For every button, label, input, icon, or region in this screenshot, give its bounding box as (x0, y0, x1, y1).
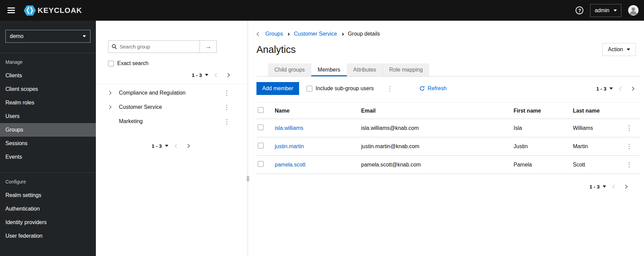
search-submit-button[interactable]: → (200, 40, 217, 53)
expand-chevron-icon[interactable] (108, 104, 115, 110)
sidebar-item-events[interactable]: Events (0, 150, 96, 164)
group-tree-item-marketing[interactable]: Marketing ⋮ (96, 114, 246, 129)
sidebar-item-user-federation[interactable]: User federation (0, 229, 96, 243)
breadcrumb-customer-service-link[interactable]: Customer Service (294, 31, 337, 37)
include-subgroup-checkbox[interactable] (307, 86, 312, 92)
expand-chevron-icon[interactable] (108, 90, 115, 96)
per-page-toggle[interactable]: 1 - 3 (189, 70, 211, 80)
tab-attributes[interactable]: Attributes (347, 63, 383, 76)
column-header-first-name: First name (510, 103, 569, 119)
kebab-menu-icon[interactable]: ⋮ (623, 142, 635, 151)
resize-handle[interactable] (247, 176, 249, 181)
sidebar-item-sessions[interactable]: Sessions (0, 137, 96, 150)
search-icon (112, 44, 117, 49)
action-dropdown-button[interactable]: Action (602, 43, 636, 56)
next-page-button[interactable] (627, 83, 638, 94)
member-name-link[interactable]: isla.williams (275, 125, 303, 131)
row-checkbox[interactable] (258, 161, 264, 167)
prev-page-button[interactable] (211, 70, 222, 80)
member-last-name: Martin (569, 137, 620, 156)
per-page-toggle[interactable]: 1 - 3 (149, 141, 171, 151)
sidebar-item-realm-roles[interactable]: Realm roles (0, 96, 96, 110)
hamburger-menu-icon[interactable] (4, 4, 18, 17)
back-chevron-icon[interactable] (256, 32, 261, 36)
kebab-menu-icon[interactable]: ⋮ (221, 88, 233, 98)
group-detail-tabs: Child groups Members Attributes Role map… (256, 63, 640, 77)
member-name-link[interactable]: pamela.scott (275, 162, 306, 168)
realm-selector-area: demo (0, 21, 96, 53)
next-page-button[interactable] (182, 141, 193, 151)
table-row: isla.williams isla.williams@knab.com Isl… (256, 119, 640, 137)
exact-search-option[interactable]: Exact search (108, 60, 233, 66)
tab-role-mapping[interactable]: Role mapping (382, 63, 429, 76)
member-email: justin.martin@knab.com (358, 137, 510, 156)
section-title-configure: Configure (0, 173, 96, 189)
sidebar-item-client-scopes[interactable]: Client scopes (0, 82, 96, 96)
caret-down-icon (614, 9, 617, 12)
tab-child-groups[interactable]: Child groups (268, 63, 311, 76)
user-name: admin (595, 7, 609, 14)
chevron-left-icon (612, 184, 617, 189)
group-tree-item-customer-service[interactable]: Customer Service ⋮ (96, 100, 246, 114)
table-row: pamela.scott pamela.scott@knab.com Pamel… (256, 156, 640, 174)
prev-page-button[interactable] (609, 181, 620, 192)
realm-name: demo (10, 33, 23, 39)
prev-page-button[interactable] (616, 83, 627, 94)
group-tree-item-compliance[interactable]: Compliance and Regulation ⋮ (96, 86, 246, 100)
exact-search-checkbox[interactable] (108, 61, 114, 66)
group-search-input[interactable] (120, 44, 196, 50)
member-email: pamela.scott@knab.com (358, 156, 510, 174)
sidebar-item-clients[interactable]: Clients (0, 69, 96, 82)
per-page-toggle[interactable]: 1 - 3 (587, 182, 609, 192)
tab-members[interactable]: Members (311, 63, 347, 76)
avatar[interactable] (628, 5, 639, 16)
brand-text: KEYCLOAK (38, 6, 82, 15)
sidebar-item-realm-settings[interactable]: Realm settings (0, 189, 96, 202)
chevron-right-icon (630, 86, 635, 91)
breadcrumb-groups-link[interactable]: Groups (265, 31, 283, 37)
panel-resize-divider (246, 21, 248, 256)
kebab-menu-icon[interactable]: ⋮ (623, 160, 635, 169)
nav-section-configure: Configure Realm settings Authentication … (0, 173, 96, 243)
per-page-toggle[interactable]: 1 - 3 (594, 84, 616, 94)
chevron-right-icon (623, 184, 628, 189)
kebab-menu-icon[interactable]: ⋮ (221, 117, 233, 126)
sidebar-item-groups[interactable]: Groups (0, 123, 96, 137)
refresh-button[interactable]: Refresh (419, 85, 446, 92)
prev-page-button[interactable] (171, 141, 182, 151)
column-header-email: Email (358, 103, 510, 119)
group-details-main: Groups Customer Service Group details An… (248, 21, 644, 256)
pagination-range: 1 - 3 (151, 143, 162, 149)
chevron-right-icon (287, 33, 290, 35)
chevron-left-icon (174, 144, 179, 148)
user-menu-button[interactable]: admin (590, 4, 621, 17)
include-subgroup-option[interactable]: Include sub-group users (307, 85, 374, 92)
keycloak-logo-icon (24, 5, 36, 16)
chevron-left-icon (619, 86, 623, 91)
member-last-name: Scott (569, 156, 620, 174)
member-name-link[interactable]: justin.martin (275, 143, 304, 149)
caret-down-icon (165, 145, 168, 147)
next-page-button[interactable] (620, 181, 631, 192)
sidebar-item-authentication[interactable]: Authentication (0, 202, 96, 216)
nav-section-manage: Manage Clients Client scopes Realm roles… (0, 53, 96, 164)
breadcrumb-current: Group details (348, 31, 380, 37)
sidebar-item-users[interactable]: Users (0, 110, 96, 123)
row-checkbox[interactable] (258, 124, 264, 130)
kebab-menu-icon[interactable]: ⋮ (384, 84, 396, 93)
realm-selector[interactable]: demo (5, 30, 90, 43)
refresh-icon (419, 86, 425, 91)
caret-down-icon (205, 74, 208, 76)
member-first-name: Justin (510, 137, 569, 156)
row-checkbox[interactable] (258, 143, 264, 149)
kebab-menu-icon[interactable]: ⋮ (623, 123, 635, 133)
next-page-button[interactable] (222, 70, 233, 80)
add-member-button[interactable]: Add member (256, 82, 299, 95)
pagination-range: 1 - 3 (192, 72, 202, 78)
kebab-menu-icon[interactable]: ⋮ (221, 103, 233, 112)
sidebar-item-identity-providers[interactable]: Identity providers (0, 216, 96, 229)
members-pagination-bottom: 1 - 3 (256, 181, 640, 192)
select-all-checkbox[interactable] (258, 107, 264, 113)
sidebar-nav: demo Manage Clients Client scopes Realm … (0, 21, 96, 256)
help-icon[interactable]: ? (576, 6, 583, 14)
